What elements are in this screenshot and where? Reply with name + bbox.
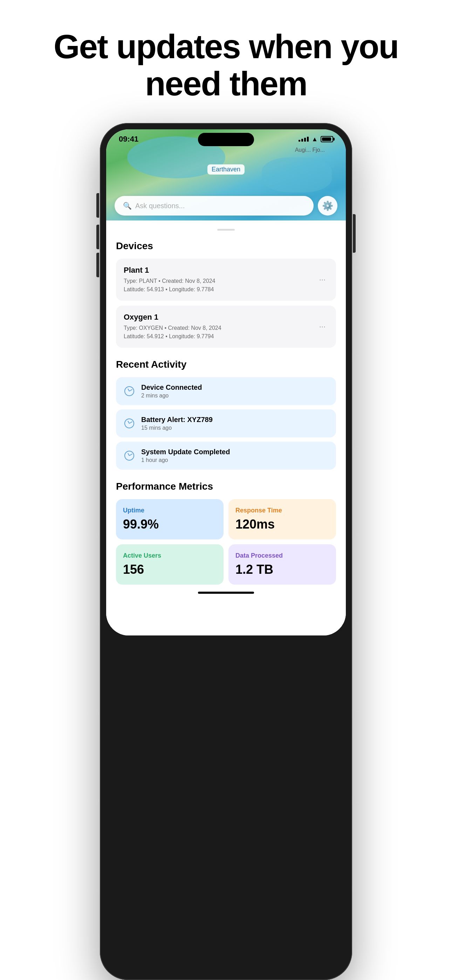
dynamic-island xyxy=(198,133,254,146)
phone-frame: Augi... Fjo... Earthaven 09:41 ▲ xyxy=(100,123,352,980)
activity-card-0: Device Connected 2 mins ago xyxy=(116,377,336,405)
map-city-label: Earthaven xyxy=(207,164,245,175)
phone-wrapper: Augi... Fjo... Earthaven 09:41 ▲ xyxy=(93,123,359,980)
activity-time-0: 2 mins ago xyxy=(141,393,329,399)
activity-time-1: 15 mins ago xyxy=(141,425,329,431)
wifi-icon: ▲ xyxy=(312,136,318,143)
metric-value-users: 156 xyxy=(123,562,216,577)
activity-time-2: 1 hour ago xyxy=(141,457,329,463)
activity-title-2: System Update Completed xyxy=(141,448,329,456)
device-info-plant1: Plant 1 Type: PLANT • Created: Nov 8, 20… xyxy=(124,266,317,294)
search-placeholder: Ask questions... xyxy=(135,202,185,210)
device-info-oxygen1: Oxygen 1 Type: OXYGEN • Created: Nov 8, … xyxy=(124,313,317,341)
activity-card-1: Battery Alert: XYZ789 15 mins ago xyxy=(116,409,336,438)
page-header: Get updates when you need them xyxy=(0,0,452,123)
activity-title-0: Device Connected xyxy=(141,383,329,391)
devices-section: Devices Plant 1 Type: PLANT • Created: N… xyxy=(116,240,336,348)
more-button-plant1[interactable]: ··· xyxy=(317,274,328,286)
page-title-line2: need them xyxy=(145,65,307,102)
phone-screen: Augi... Fjo... Earthaven 09:41 ▲ xyxy=(106,129,346,635)
devices-section-title: Devices xyxy=(116,240,336,252)
metrics-section: Performance Metrics Uptime 99.9% Respons… xyxy=(116,481,336,594)
bottom-sheet: Devices Plant 1 Type: PLANT • Created: N… xyxy=(106,224,346,635)
signal-icon xyxy=(299,137,309,142)
metric-card-users: Active Users 156 xyxy=(116,544,224,585)
device-meta-oxygen1: Type: OXYGEN • Created: Nov 8, 2024 Lati… xyxy=(124,324,317,341)
metric-card-data: Data Processed 1.2 TB xyxy=(228,544,336,585)
device-name-plant1: Plant 1 xyxy=(124,266,317,275)
activity-text-1: Battery Alert: XYZ789 15 mins ago xyxy=(141,416,329,431)
metric-label-data: Data Processed xyxy=(236,552,329,559)
search-bar[interactable]: 🔍 Ask questions... xyxy=(115,196,314,216)
metric-value-response: 120ms xyxy=(236,517,329,532)
metric-card-uptime: Uptime 99.9% xyxy=(116,499,224,539)
metric-value-data: 1.2 TB xyxy=(236,562,329,577)
device-name-oxygen1: Oxygen 1 xyxy=(124,313,317,322)
metric-label-uptime: Uptime xyxy=(123,507,216,514)
activity-title-1: Battery Alert: XYZ789 xyxy=(141,416,329,424)
activity-card-2: System Update Completed 1 hour ago xyxy=(116,442,336,470)
metric-label-users: Active Users xyxy=(123,552,216,559)
page-title: Get updates when you need them xyxy=(21,28,431,102)
page-title-line1: Get updates when you xyxy=(54,28,398,65)
battery-icon xyxy=(321,136,333,142)
gear-icon: ⚙️ xyxy=(322,200,333,212)
device-meta-plant1: Type: PLANT • Created: Nov 8, 2024 Latit… xyxy=(124,277,317,294)
metric-value-uptime: 99.9% xyxy=(123,517,216,532)
settings-button[interactable]: ⚙️ xyxy=(318,196,337,216)
search-icon: 🔍 xyxy=(123,202,132,210)
device-card-oxygen1[interactable]: Oxygen 1 Type: OXYGEN • Created: Nov 8, … xyxy=(116,305,336,348)
status-icons: ▲ xyxy=(299,136,333,143)
clock-icon-0 xyxy=(123,385,135,398)
clock-icon-2 xyxy=(123,449,135,462)
activity-text-2: System Update Completed 1 hour ago xyxy=(141,448,329,463)
device-card-plant1[interactable]: Plant 1 Type: PLANT • Created: Nov 8, 20… xyxy=(116,259,336,301)
scroll-indicator xyxy=(198,592,254,594)
search-area: 🔍 Ask questions... ⚙️ xyxy=(106,196,346,216)
activity-text-0: Device Connected 2 mins ago xyxy=(141,383,329,399)
sheet-handle xyxy=(217,229,235,231)
activity-section: Recent Activity Device Connected 2 mins … xyxy=(116,359,336,470)
metric-label-response: Response Time xyxy=(236,507,329,514)
metric-card-response: Response Time 120ms xyxy=(228,499,336,539)
status-time: 09:41 xyxy=(119,135,138,144)
metrics-grid: Uptime 99.9% Response Time 120ms Active … xyxy=(116,499,336,585)
clock-icon-1 xyxy=(123,417,135,430)
more-button-oxygen1[interactable]: ··· xyxy=(317,321,328,332)
activity-section-title: Recent Activity xyxy=(116,359,336,370)
metrics-section-title: Performance Metrics xyxy=(116,481,336,492)
status-bar: 09:41 ▲ xyxy=(106,129,346,149)
